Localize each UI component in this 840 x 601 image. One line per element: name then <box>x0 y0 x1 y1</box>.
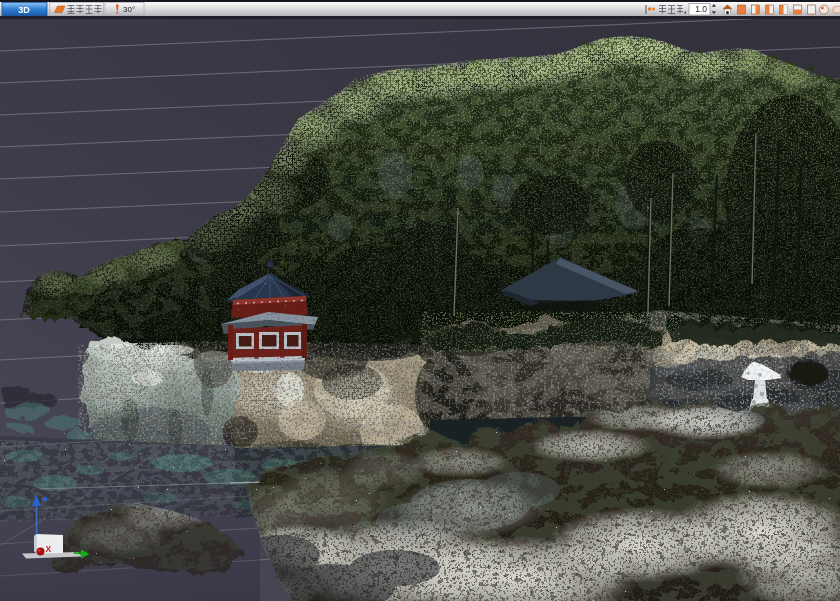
svg-text:3D: 3D <box>18 5 30 15</box>
svg-text:X: X <box>46 544 52 554</box>
svg-text:30°: 30° <box>123 5 135 14</box>
svg-text:1.0: 1.0 <box>695 4 707 14</box>
